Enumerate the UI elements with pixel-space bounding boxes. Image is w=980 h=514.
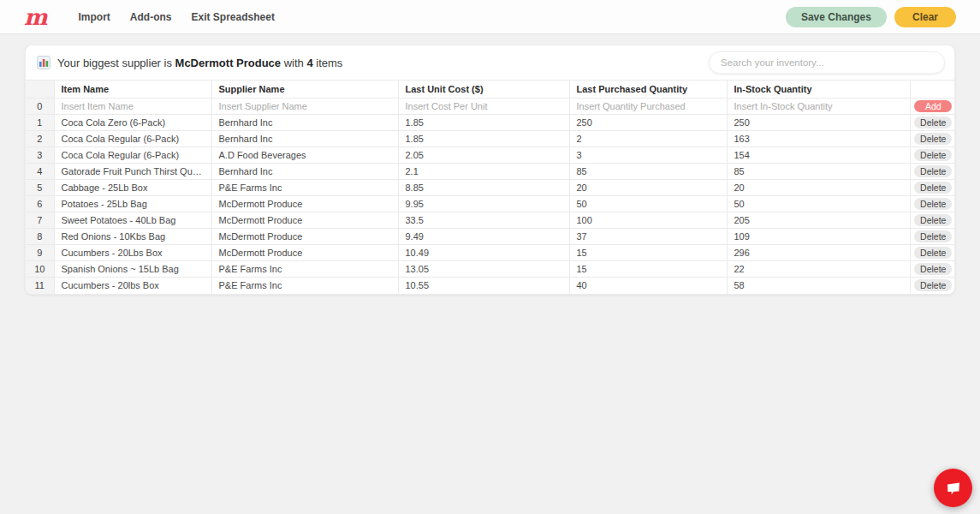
purchased-qty-cell[interactable]: 100 — [569, 212, 727, 229]
purchased-qty-cell[interactable]: 85 — [569, 164, 727, 180]
unit-cost-cell[interactable]: 9.95 — [398, 196, 569, 212]
supplier-name-cell[interactable]: A.D Food Beverages — [211, 147, 398, 164]
search-input[interactable] — [709, 51, 945, 74]
delete-button[interactable]: Delete — [914, 133, 952, 145]
table-row: 8Red Onions - 10Kbs BagMcDermott Produce… — [26, 229, 955, 245]
item-name-cell[interactable]: Coca Cola Regular (6-Pack) — [54, 131, 211, 147]
in-stock-qty-cell[interactable]: 50 — [727, 196, 910, 212]
delete-button[interactable]: Delete — [914, 279, 952, 291]
header-index — [26, 81, 54, 99]
supplier-name-cell[interactable]: Bernhard Inc — [211, 164, 398, 180]
unit-cost-cell[interactable]: 1.85 — [398, 131, 569, 147]
delete-button[interactable]: Delete — [914, 182, 952, 194]
action-cell: Delete — [910, 180, 955, 196]
delete-button[interactable]: Delete — [914, 165, 952, 177]
purchased-qty-cell[interactable]: 40 — [569, 278, 727, 294]
chat-launcher-button[interactable] — [934, 469, 972, 507]
table-row: 6Potatoes - 25Lb BagMcDermott Produce9.9… — [26, 196, 955, 212]
unit-cost-cell[interactable]: 1.85 — [398, 115, 569, 131]
in-stock-qty-cell[interactable]: Insert In-Stock Quantity — [727, 99, 910, 115]
save-changes-button[interactable]: Save Changes — [786, 7, 887, 27]
purchased-qty-cell[interactable]: 15 — [569, 261, 727, 278]
action-cell: Delete — [910, 147, 955, 164]
action-cell: Delete — [910, 245, 955, 261]
delete-button[interactable]: Delete — [914, 149, 952, 161]
unit-cost-cell[interactable]: 2.1 — [398, 164, 569, 180]
header-actions — [910, 81, 955, 99]
add-button[interactable]: Add — [914, 100, 952, 112]
supplier-name-cell[interactable]: Bernhard Inc — [211, 131, 398, 147]
supplier-name-cell[interactable]: McDermott Produce — [211, 212, 398, 229]
delete-button[interactable]: Delete — [914, 230, 952, 242]
in-stock-qty-cell[interactable]: 154 — [727, 147, 910, 164]
table-row: 5Cabbage - 25Lb BoxP&E Farms Inc8.852020… — [26, 180, 955, 196]
purchased-qty-cell[interactable]: 37 — [569, 229, 727, 245]
item-name-cell[interactable]: Cucumbers - 20Lbs Box — [54, 245, 211, 261]
banner-item-count: 4 — [306, 57, 312, 69]
unit-cost-cell[interactable]: 10.49 — [398, 245, 569, 261]
supplier-name-cell[interactable]: P&E Farms Inc — [211, 278, 398, 294]
insert-row: 0Insert Item NameInsert Supplier NameIns… — [26, 99, 955, 115]
unit-cost-cell[interactable]: 8.85 — [398, 180, 569, 196]
item-name-cell[interactable]: Gatorade Fruit Punch Thirst Quenche (6 P… — [54, 164, 211, 180]
app-logo[interactable]: m — [24, 6, 48, 28]
supplier-name-cell[interactable]: P&E Farms Inc — [211, 180, 398, 196]
supplier-name-cell[interactable]: McDermott Produce — [211, 229, 398, 245]
in-stock-qty-cell[interactable]: 58 — [727, 278, 910, 294]
unit-cost-cell[interactable]: Insert Cost Per Unit — [398, 99, 569, 115]
item-name-cell[interactable]: Sweet Potatoes - 40Lb Bag — [54, 212, 211, 229]
row-index-cell: 6 — [26, 196, 54, 212]
delete-button[interactable]: Delete — [914, 117, 952, 128]
item-name-cell[interactable]: Spanish Onions ~ 15Lb Bag — [54, 261, 211, 278]
nav-item-import[interactable]: Import — [79, 11, 110, 23]
banner-text-prefix: Your biggest supplier is — [57, 57, 175, 69]
action-cell: Delete — [910, 164, 955, 180]
in-stock-qty-cell[interactable]: 296 — [727, 245, 910, 261]
action-cell: Add — [910, 99, 955, 115]
supplier-name-cell[interactable]: Insert Supplier Name — [211, 99, 398, 115]
header-supplier-name: Supplier Name — [211, 81, 398, 99]
purchased-qty-cell[interactable]: 50 — [569, 196, 727, 212]
banner-supplier-name: McDermott Produce — [175, 57, 282, 69]
purchased-qty-cell[interactable]: 2 — [569, 131, 727, 147]
in-stock-qty-cell[interactable]: 205 — [727, 212, 910, 229]
unit-cost-cell[interactable]: 33.5 — [398, 212, 569, 229]
unit-cost-cell[interactable]: 9.49 — [398, 229, 569, 245]
clear-button[interactable]: Clear — [894, 7, 956, 27]
top-navbar: m Import Add-ons Exit Spreadsheet Save C… — [0, 0, 980, 34]
delete-button[interactable]: Delete — [914, 247, 952, 259]
in-stock-qty-cell[interactable]: 85 — [727, 164, 910, 180]
purchased-qty-cell[interactable]: 3 — [569, 147, 727, 164]
purchased-qty-cell[interactable]: Insert Quantity Purchased — [569, 99, 727, 115]
supplier-name-cell[interactable]: McDermott Produce — [211, 245, 398, 261]
item-name-cell[interactable]: Cucumbers - 20lbs Box — [54, 278, 211, 294]
in-stock-qty-cell[interactable]: 109 — [727, 229, 910, 245]
supplier-name-cell[interactable]: McDermott Produce — [211, 196, 398, 212]
purchased-qty-cell[interactable]: 20 — [569, 180, 727, 196]
unit-cost-cell[interactable]: 10.55 — [398, 278, 569, 294]
purchased-qty-cell[interactable]: 15 — [569, 245, 727, 261]
item-name-cell[interactable]: Red Onions - 10Kbs Bag — [54, 229, 211, 245]
supplier-name-cell[interactable]: Bernhard Inc — [211, 115, 398, 131]
in-stock-qty-cell[interactable]: 22 — [727, 261, 910, 278]
nav-item-exit-spreadsheet[interactable]: Exit Spreadsheet — [192, 11, 275, 23]
action-cell: Delete — [910, 261, 955, 278]
purchased-qty-cell[interactable]: 250 — [569, 115, 727, 131]
inventory-table: Item Name Supplier Name Last Unit Cost (… — [26, 80, 955, 294]
unit-cost-cell[interactable]: 2.05 — [398, 147, 569, 164]
in-stock-qty-cell[interactable]: 20 — [727, 180, 910, 196]
in-stock-qty-cell[interactable]: 163 — [727, 131, 910, 147]
item-name-cell[interactable]: Insert Item Name — [54, 99, 211, 115]
item-name-cell[interactable]: Potatoes - 25Lb Bag — [54, 196, 211, 212]
supplier-name-cell[interactable]: P&E Farms Inc — [211, 261, 398, 278]
item-name-cell[interactable]: Cabbage - 25Lb Box — [54, 180, 211, 196]
delete-button[interactable]: Delete — [914, 263, 952, 275]
nav-item-addons[interactable]: Add-ons — [130, 11, 172, 23]
item-name-cell[interactable]: Coca Cola Zero (6-Pack) — [54, 115, 211, 131]
header-item-name: Item Name — [54, 81, 211, 99]
delete-button[interactable]: Delete — [914, 214, 952, 226]
delete-button[interactable]: Delete — [914, 198, 952, 210]
in-stock-qty-cell[interactable]: 250 — [727, 115, 910, 131]
item-name-cell[interactable]: Coca Cola Regular (6-Pack) — [54, 147, 211, 164]
unit-cost-cell[interactable]: 13.05 — [398, 261, 569, 278]
